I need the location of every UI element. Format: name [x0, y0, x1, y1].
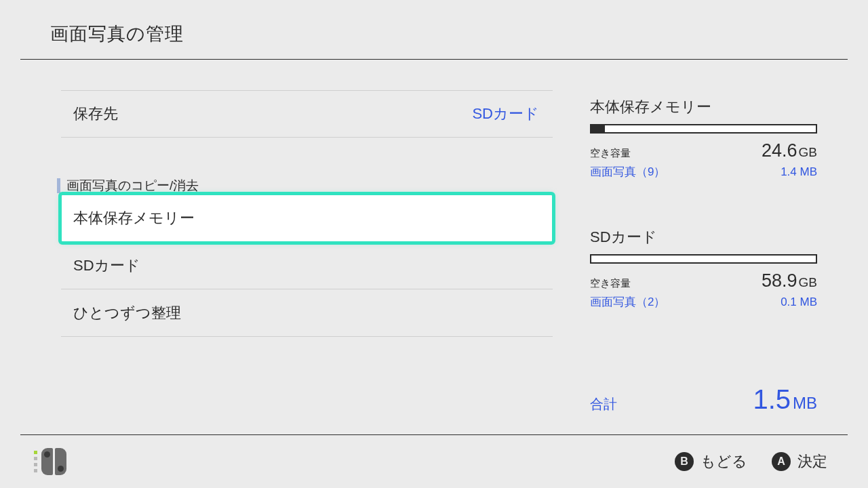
menu-item-system-memory[interactable]: 本体保存メモリー	[61, 195, 553, 242]
save-destination-label: 保存先	[73, 104, 118, 124]
storage-title: SDカード	[590, 227, 817, 247]
storage-total: 合計 1.5MB	[590, 384, 817, 415]
joycon-icon	[41, 448, 66, 475]
storage-bar	[590, 254, 817, 264]
menu-item-label: 本体保存メモリー	[73, 208, 195, 228]
player-indicator-icon	[34, 451, 37, 472]
storage-screenshots-size: 0.1 MB	[781, 296, 817, 309]
ok-button-label: 決定	[797, 451, 827, 472]
storage-free-line: 空き容量 58.9GB	[590, 270, 817, 291]
storage-title: 本体保存メモリー	[590, 97, 817, 117]
storage-free-label: 空き容量	[590, 277, 631, 290]
ok-button[interactable]: A 決定	[772, 451, 827, 472]
storage-total-value: 1.5MB	[753, 384, 817, 415]
storage-panel: 本体保存メモリー 空き容量 24.6GB 画面写真（9） 1.4 MB SDカー…	[553, 60, 868, 435]
storage-screenshots-link: 画面写真（2）	[590, 294, 665, 310]
menu-item-label: ひとつずつ整理	[73, 303, 181, 323]
storage-total-label: 合計	[590, 395, 617, 413]
save-destination-value: SDカード	[472, 104, 539, 124]
storage-bar-fill	[591, 125, 605, 132]
storage-bar	[590, 124, 817, 134]
storage-free-value: 24.6GB	[762, 140, 817, 161]
page-title: 画面写真の管理	[50, 22, 868, 46]
storage-screenshots-line[interactable]: 画面写真（2） 0.1 MB	[590, 294, 817, 310]
footer: B もどる A 決定	[0, 435, 868, 488]
storage-free-line: 空き容量 24.6GB	[590, 140, 817, 161]
content-area: 保存先 SDカード 画面写真のコピー/消去 本体保存メモリー SDカード ひとつ…	[0, 60, 868, 435]
storage-screenshots-line[interactable]: 画面写真（9） 1.4 MB	[590, 164, 817, 180]
controller-icon	[34, 448, 66, 475]
menu-item-label: SDカード	[73, 256, 140, 276]
storage-screenshots-link: 画面写真（9）	[590, 164, 665, 180]
back-button[interactable]: B もどる	[675, 451, 747, 472]
storage-screenshots-size: 1.4 MB	[781, 165, 817, 179]
section-header-label: 画面写真のコピー/消去	[66, 177, 199, 195]
storage-free-value: 58.9GB	[762, 270, 817, 291]
b-button-icon: B	[675, 452, 694, 471]
a-button-icon: A	[772, 452, 791, 471]
header: 画面写真の管理	[0, 0, 868, 58]
settings-list: 保存先 SDカード 画面写真のコピー/消去 本体保存メモリー SDカード ひとつ…	[0, 60, 553, 435]
storage-sd-card: SDカード 空き容量 58.9GB 画面写真（2） 0.1 MB	[590, 227, 817, 310]
storage-free-label: 空き容量	[590, 147, 631, 160]
save-destination-row[interactable]: 保存先 SDカード	[61, 90, 553, 138]
section-marker-icon	[57, 178, 60, 193]
menu-item-sd-card[interactable]: SDカード	[61, 242, 553, 289]
back-button-label: もどる	[701, 451, 747, 472]
section-header-copy-delete: 画面写真のコピー/消去	[57, 177, 553, 195]
footer-buttons: B もどる A 決定	[675, 451, 827, 472]
menu-item-manage-individually[interactable]: ひとつずつ整理	[61, 289, 553, 337]
storage-system-memory: 本体保存メモリー 空き容量 24.6GB 画面写真（9） 1.4 MB	[590, 97, 817, 180]
